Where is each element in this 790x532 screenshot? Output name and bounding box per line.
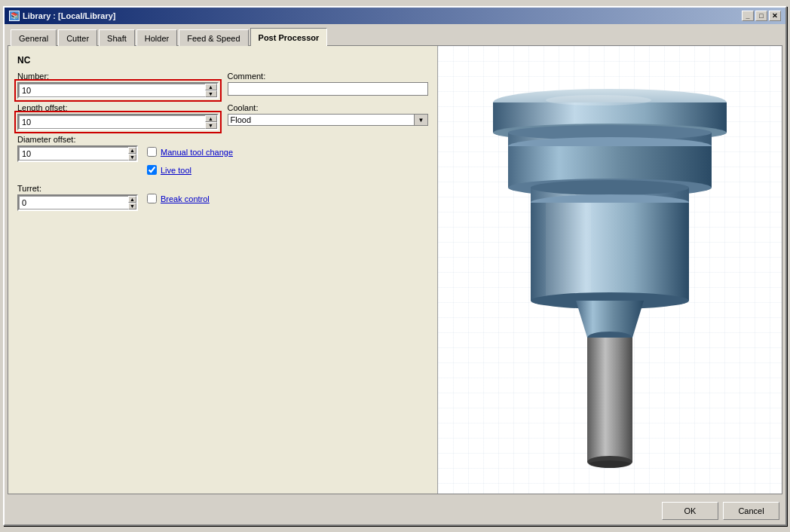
number-spinbox: ▲ ▼ — [17, 82, 219, 99]
coolant-label: Coolant: — [228, 103, 429, 112]
window-title: Library : [Local/Library] — [23, 11, 115, 20]
turret-spinbox: ▲ ▼ — [17, 194, 138, 211]
number-spin-up[interactable]: ▲ — [205, 84, 217, 90]
diameter-spin-buttons: ▲ ▼ — [128, 147, 136, 161]
close-button[interactable]: ✕ — [769, 11, 781, 21]
length-spin-down[interactable]: ▼ — [205, 122, 217, 129]
length-spin-buttons: ▲ ▼ — [205, 115, 217, 129]
tool-preview-panel — [438, 46, 782, 494]
number-spin-down[interactable]: ▼ — [205, 90, 217, 97]
diameter-spinbox-wrap: ▲ ▼ — [17, 145, 138, 179]
manual-tool-change-checkbox[interactable] — [147, 147, 157, 157]
live-tool-label[interactable]: Live tool — [161, 166, 191, 175]
diameter-spin-up[interactable]: ▲ — [128, 147, 136, 154]
turret-spin-up[interactable]: ▲ — [128, 196, 136, 203]
diameter-offset-input[interactable] — [19, 147, 128, 161]
turret-col: Turret: ▲ ▼ — [17, 184, 138, 211]
live-tool-row: Live tool — [147, 165, 428, 175]
diameter-offset-label: Diameter offset: — [17, 135, 428, 144]
number-col: Number: ▲ ▼ — [17, 72, 219, 99]
manual-tool-change-label[interactable]: Manual tool change — [161, 148, 233, 157]
break-control-row: Break control — [147, 194, 210, 203]
coolant-combo: ▼ — [228, 114, 429, 126]
main-panel: NC Number: ▲ ▼ Commen — [8, 45, 782, 494]
diameter-offset-group: Diameter offset: ▲ ▼ — [17, 135, 428, 179]
window-content: General Cutter Shaft Holder Feed & Speed… — [5, 24, 785, 497]
turret-label: Turret: — [17, 184, 138, 193]
coolant-input[interactable] — [228, 115, 415, 125]
break-control-label[interactable]: Break control — [161, 194, 210, 203]
svg-rect-12 — [546, 203, 591, 301]
ok-button[interactable]: OK — [662, 502, 718, 520]
svg-rect-15 — [587, 338, 632, 462]
svg-point-17 — [589, 460, 631, 468]
turret-break-row: Turret: ▲ ▼ Break control — [17, 184, 428, 211]
turret-spin-buttons: ▲ ▼ — [128, 196, 136, 209]
length-offset-spinbox: ▲ ▼ — [17, 114, 219, 130]
comment-input[interactable] — [228, 82, 429, 96]
minimize-button[interactable]: _ — [742, 11, 754, 21]
tab-cutter[interactable]: Cutter — [58, 29, 97, 46]
svg-point-9 — [531, 180, 689, 195]
number-label: Number: — [17, 72, 219, 81]
title-buttons: _ □ ✕ — [742, 11, 781, 21]
window-icon: 📚 — [9, 11, 20, 21]
tab-post-processor[interactable]: Post Processor — [250, 28, 328, 46]
length-offset-label: Length offset: — [17, 103, 219, 112]
main-window: 📚 Library : [Local/Library] _ □ ✕ Genera… — [3, 6, 787, 526]
coolant-col: Coolant: ▼ — [228, 103, 429, 130]
checkboxes-panel: Manual tool change Live tool — [147, 145, 428, 179]
number-input[interactable] — [19, 84, 205, 97]
break-control-checkbox[interactable] — [147, 194, 157, 203]
tool-illustration — [459, 51, 761, 488]
bottom-bar: OK Cancel — [5, 497, 785, 524]
diameter-spin-down[interactable]: ▼ — [128, 154, 136, 161]
turret-input[interactable] — [19, 196, 128, 209]
number-comment-row: Number: ▲ ▼ Comment: — [17, 72, 428, 99]
tab-general[interactable]: General — [11, 29, 57, 46]
length-coolant-row: Length offset: ▲ ▼ Coolant: — [17, 103, 428, 130]
number-spin-buttons: ▲ ▼ — [205, 84, 217, 97]
tab-bar: General Cutter Shaft Holder Feed & Speed… — [8, 27, 782, 45]
maximize-button[interactable]: □ — [755, 11, 767, 21]
cancel-button[interactable]: Cancel — [723, 502, 779, 520]
tab-holder[interactable]: Holder — [136, 29, 177, 46]
svg-point-18 — [546, 95, 651, 105]
diameter-row: ▲ ▼ Manual tool change — [17, 145, 428, 179]
live-tool-checkbox[interactable] — [147, 165, 157, 175]
manual-tool-change-row: Manual tool change — [147, 147, 428, 157]
coolant-dropdown-btn[interactable]: ▼ — [414, 115, 427, 125]
tab-feed-speed[interactable]: Feed & Speed — [179, 29, 248, 46]
length-spin-up[interactable]: ▲ — [205, 115, 217, 122]
length-offset-col: Length offset: ▲ ▼ — [17, 103, 219, 130]
turret-spin-down[interactable]: ▼ — [128, 203, 136, 209]
length-offset-input[interactable] — [19, 115, 205, 129]
section-title: NC — [17, 55, 428, 66]
title-bar: 📚 Library : [Local/Library] _ □ ✕ — [5, 8, 785, 24]
break-control-col: Break control — [147, 184, 428, 211]
comment-col: Comment: — [228, 72, 429, 99]
left-panel: NC Number: ▲ ▼ Commen — [8, 46, 438, 494]
diameter-offset-spinbox: ▲ ▼ — [17, 145, 138, 162]
title-bar-left: 📚 Library : [Local/Library] — [9, 11, 115, 21]
comment-label: Comment: — [228, 72, 429, 81]
tab-shaft[interactable]: Shaft — [99, 29, 135, 46]
